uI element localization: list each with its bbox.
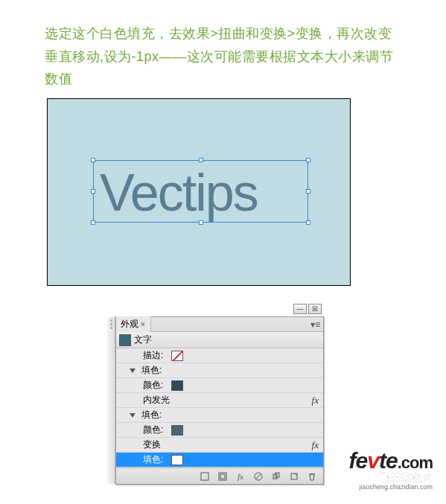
handle-top-left[interactable] [91, 158, 95, 162]
disclosure-icon[interactable] [130, 413, 136, 418]
brand-v: v [367, 448, 379, 473]
row-transform[interactable]: 变换 fx [116, 438, 323, 453]
tab-label: 外观 [121, 318, 138, 331]
brand-dot: .com [398, 453, 433, 472]
new-fill-button[interactable] [198, 470, 211, 482]
brand-pre: fe [349, 448, 368, 473]
panel-header: 文字 [116, 332, 323, 348]
row-inner-glow[interactable]: 内发光 fx [116, 393, 323, 408]
row-fill-1[interactable]: 填色: [116, 363, 323, 378]
svg-rect-2 [220, 474, 225, 479]
handle-top-mid[interactable] [199, 158, 203, 162]
svg-rect-0 [201, 473, 208, 480]
appearance-panel: — ☒ 外观 ✕ ▾≡ 文字 描边: 填色: 颜色: 内发光 fx 填色: 颜色… [115, 316, 324, 485]
fill-label-2: 填色: [141, 409, 165, 421]
stroke-label: 描边: [143, 349, 167, 362]
handle-mid-left[interactable] [91, 189, 95, 194]
row-stroke[interactable]: 描边: [116, 348, 323, 363]
handle-bottom-right[interactable] [306, 220, 310, 225]
tab-appearance[interactable]: 外观 ✕ [116, 316, 151, 332]
fx-icon[interactable]: fx [312, 439, 319, 451]
color-swatch-2[interactable] [171, 425, 183, 436]
fill-swatch-white[interactable] [171, 455, 183, 465]
row-color-1[interactable]: 颜色: [116, 378, 323, 393]
panel-gutter[interactable] [107, 317, 115, 484]
fx-icon[interactable]: fx [312, 395, 319, 406]
handle-mid-right[interactable] [306, 189, 310, 194]
fill-label-3: 填色: [143, 453, 167, 466]
row-color-2[interactable]: 颜色: [116, 423, 323, 438]
type-thumbnail [119, 334, 131, 346]
panel-tab-bar: 外观 ✕ ▾≡ [116, 317, 323, 332]
delete-button[interactable] [305, 470, 319, 482]
watermark-url: jiaocheng.chazidian.com [349, 484, 433, 491]
brand-post: te [379, 448, 398, 473]
fill-label-1: 填色: [141, 364, 165, 377]
instruction-text: 选定这个白色填充，去效果>扭曲和变换>变换，再次改变垂直移动,设为-1px——这… [0, 0, 446, 98]
artboard[interactable]: Vectips [47, 98, 351, 286]
new-button[interactable] [287, 470, 301, 482]
row-fill-2[interactable]: 填色: [116, 408, 323, 423]
disclosure-icon[interactable] [130, 369, 136, 373]
color-label-2: 颜色: [143, 424, 167, 436]
new-stroke-button[interactable] [216, 470, 229, 482]
transform-label: 变换 [143, 438, 161, 451]
selection-bounding-box[interactable] [93, 160, 308, 223]
row-fill-3-selected[interactable]: 填色: [116, 453, 323, 468]
panel-menu-icon[interactable]: ▾≡ [310, 319, 320, 330]
inner-glow-label: 内发光 [143, 394, 170, 406]
header-label: 文字 [134, 334, 152, 346]
close-icon[interactable]: ✕ [140, 321, 146, 328]
clear-appearance-button[interactable] [252, 470, 265, 482]
watermark-sub: 飞特教程网 [349, 472, 433, 482]
handle-top-right[interactable] [306, 158, 310, 162]
stroke-swatch-none[interactable] [171, 351, 183, 361]
svg-line-4 [255, 473, 261, 479]
duplicate-button[interactable] [270, 470, 283, 482]
watermark: fevte.com 飞特教程网 jiaocheng.chazidian.com [349, 450, 433, 491]
handle-bottom-mid[interactable] [199, 220, 203, 225]
panel-footer: fx [116, 468, 323, 484]
add-effect-button[interactable]: fx [234, 470, 247, 482]
color-label-1: 颜色: [143, 379, 167, 392]
handle-bottom-left[interactable] [91, 220, 95, 225]
panel-collapse-button[interactable]: — [293, 304, 307, 314]
panel-close-button[interactable]: ☒ [308, 304, 322, 314]
color-swatch-1[interactable] [171, 380, 183, 391]
